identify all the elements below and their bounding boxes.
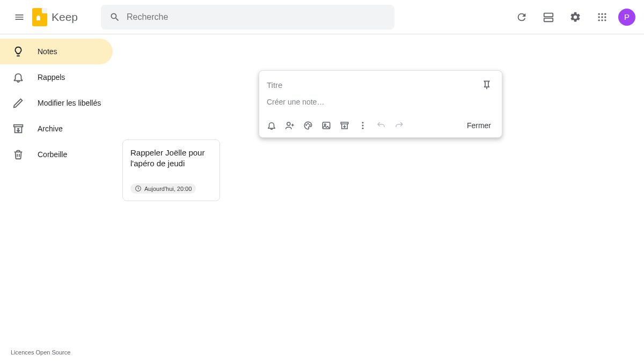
- compose-toolbar: Fermer: [259, 116, 502, 135]
- logo-area: Keep: [32, 8, 78, 26]
- svg-rect-11: [14, 125, 23, 127]
- color-button[interactable]: [299, 116, 317, 135]
- archive-button[interactable]: [335, 116, 354, 135]
- svg-point-2: [598, 13, 600, 14]
- svg-point-5: [598, 16, 600, 18]
- redo-button[interactable]: [390, 116, 408, 135]
- svg-rect-0: [544, 13, 553, 16]
- svg-rect-19: [341, 122, 348, 124]
- remind-me-button[interactable]: [262, 116, 281, 135]
- palette-icon: [303, 121, 313, 130]
- reminder-chip-label: Aujourd'hui, 20:00: [144, 186, 192, 192]
- collaborator-button[interactable]: [281, 116, 299, 135]
- svg-point-14: [306, 124, 307, 125]
- refresh-icon: [516, 11, 528, 23]
- compose-title-input[interactable]: Titre: [267, 80, 479, 90]
- list-view-icon: [543, 11, 554, 23]
- settings-button[interactable]: [565, 6, 586, 28]
- search-icon: [109, 12, 120, 23]
- svg-rect-1: [544, 18, 553, 21]
- main-menu-button[interactable]: [9, 6, 30, 28]
- hamburger-icon: [14, 12, 25, 23]
- svg-point-18: [324, 124, 326, 125]
- lightbulb-icon: [12, 45, 25, 58]
- svg-point-9: [601, 19, 603, 21]
- sidebar-item-label: Corbeille: [38, 150, 67, 159]
- svg-point-4: [604, 13, 606, 14]
- undo-button[interactable]: [372, 116, 390, 135]
- svg-point-15: [308, 123, 309, 124]
- bell-icon: [12, 71, 25, 84]
- more-vertical-icon: [358, 121, 368, 130]
- sidebar-item-trash[interactable]: Corbeille: [0, 142, 113, 167]
- image-icon: [321, 121, 331, 130]
- archive-down-icon: [340, 121, 349, 130]
- svg-point-22: [362, 128, 364, 129]
- compose-panel: Titre Créer une note…: [259, 70, 502, 138]
- svg-point-21: [362, 125, 364, 127]
- svg-point-16: [310, 124, 311, 125]
- open-source-link[interactable]: Licences Open Source: [11, 349, 70, 356]
- refresh-button[interactable]: [511, 6, 532, 28]
- list-view-button[interactable]: [538, 6, 559, 28]
- sidebar-item-label: Modifier les libellés: [38, 99, 101, 107]
- undo-icon: [376, 121, 386, 130]
- add-image-button[interactable]: [317, 116, 335, 135]
- svg-point-10: [604, 19, 606, 21]
- pin-icon: [481, 79, 492, 90]
- keep-logo-icon: [32, 8, 47, 26]
- pencil-icon: [12, 97, 25, 109]
- svg-point-6: [601, 16, 603, 18]
- sidebar-item-reminders[interactable]: Rappels: [0, 64, 113, 90]
- apps-button[interactable]: [591, 6, 613, 28]
- header: Keep P: [0, 0, 644, 34]
- svg-point-8: [598, 19, 600, 21]
- compose-body-input[interactable]: Créer une note…: [259, 95, 502, 116]
- sidebar-item-label: Notes: [38, 47, 57, 56]
- redo-icon: [394, 121, 404, 130]
- trash-icon: [12, 148, 25, 161]
- sidebar-item-notes[interactable]: Notes: [0, 39, 113, 64]
- apps-grid-icon: [597, 12, 608, 23]
- pin-button[interactable]: [479, 77, 494, 92]
- person-add-icon: [285, 121, 295, 130]
- close-button[interactable]: Fermer: [459, 118, 499, 133]
- bell-plus-icon: [267, 121, 276, 130]
- svg-point-13: [287, 122, 290, 125]
- note-card-title: Rappeler Joëlle pour l'apéro de jeudi: [130, 147, 212, 168]
- sidebar-item-label: Archive: [38, 124, 63, 133]
- svg-point-20: [362, 122, 364, 123]
- sidebar-item-edit-labels[interactable]: Modifier les libellés: [0, 90, 113, 116]
- more-button[interactable]: [354, 116, 372, 135]
- clock-icon: [135, 185, 142, 192]
- search-bar[interactable]: [101, 5, 394, 29]
- note-card[interactable]: Rappeler Joëlle pour l'apéro de jeudi Au…: [122, 139, 220, 201]
- account-avatar[interactable]: P: [618, 9, 635, 26]
- archive-icon: [12, 122, 25, 135]
- header-actions: P: [511, 6, 635, 28]
- sidebar-item-label: Rappels: [38, 73, 65, 82]
- reminder-chip[interactable]: Aujourd'hui, 20:00: [130, 183, 196, 194]
- svg-point-3: [601, 13, 603, 14]
- svg-point-7: [604, 16, 606, 18]
- search-input[interactable]: [127, 12, 386, 22]
- gear-icon: [569, 11, 581, 23]
- sidebar-item-archive[interactable]: Archive: [0, 116, 113, 142]
- app-name: Keep: [52, 11, 78, 24]
